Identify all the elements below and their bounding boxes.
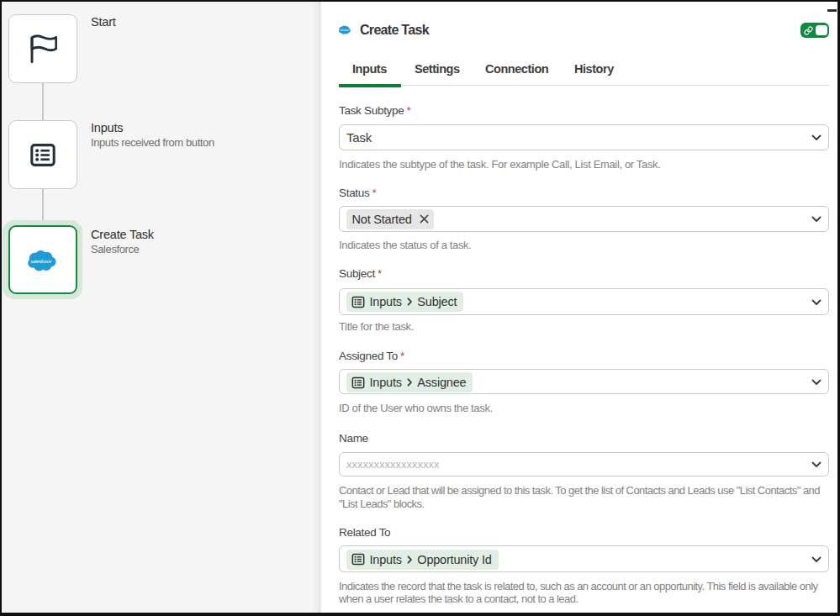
svg-text:salesforce: salesforce — [340, 29, 350, 32]
svg-text:salesforce: salesforce — [30, 258, 51, 263]
